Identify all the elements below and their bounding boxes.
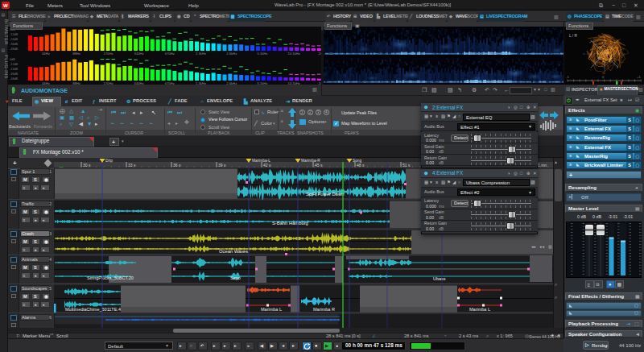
svg-text:Song: Song [353, 159, 362, 163]
svg-text:45 s: 45 s [315, 163, 323, 168]
svg-text:30 s: 30 s [83, 163, 91, 168]
svg-text:44Hz: 44Hz [42, 52, 50, 56]
svg-text:170Hz: 170Hz [103, 52, 113, 56]
svg-text:-12dB: -12dB [10, 33, 19, 36]
svg-text:Marimba-R: Marimba-R [301, 159, 320, 163]
svg-text:5.1kHz: 5.1kHz [257, 52, 267, 56]
svg-text:42 s: 42 s [263, 163, 271, 168]
svg-text:20kHz: 20kHz [319, 52, 321, 56]
svg-text:S-Bahn Hamburg: S-Bahn Hamburg [272, 221, 308, 226]
svg-text:2.6kHz: 2.6kHz [226, 52, 237, 56]
svg-text:Marimba L: Marimba L [469, 307, 490, 312]
svg-text:Ocean Waves: Ocean Waves [219, 249, 248, 254]
svg-text:Drip: Drip [105, 159, 113, 163]
svg-text:36 s: 36 s [173, 163, 181, 168]
svg-text:Ubass: Ubass [433, 276, 446, 281]
svg-text:51 s: 51 s [402, 163, 411, 168]
svg-text:-12dB: -12dB [10, 63, 19, 66]
svg-text:-48dB: -48dB [10, 48, 19, 51]
svg-text:670Hz: 670Hz [165, 52, 175, 56]
svg-text:10.1kHz: 10.1kHz [288, 52, 300, 56]
svg-text:-36dB: -36dB [10, 43, 19, 46]
svg-text:-48dB: -48dB [10, 77, 19, 81]
svg-text:L / R: L / R [569, 34, 577, 38]
svg-text:+1: +1 [637, 75, 641, 79]
svg-text:SciFi Power Down: SciFi Power Down [306, 192, 344, 197]
svg-text:Marimba-L: Marimba-L [252, 159, 270, 163]
svg-text:Marimba L: Marimba L [261, 307, 282, 312]
svg-text:-24dB: -24dB [10, 68, 19, 71]
svg-text:Marimba R: Marimba R [313, 307, 335, 312]
svg-text:0dB: 0dB [10, 58, 15, 61]
svg-text:StringPlucks_50BCT.20: StringPlucks_50BCT.20 [87, 275, 134, 280]
svg-text:MultimediaChime_5011TE.400: MultimediaChime_5011TE.400 [65, 307, 126, 312]
svg-text:33 s: 33 s [128, 163, 136, 168]
svg-text:340Hz: 340Hz [134, 52, 144, 56]
svg-text:1 mn: 1 mn [538, 163, 547, 168]
svg-text:88Hz: 88Hz [72, 52, 80, 56]
svg-text:48 s: 48 s [357, 163, 365, 168]
svg-text:-24dB: -24dB [10, 38, 19, 41]
svg-text:39 s: 39 s [218, 163, 226, 168]
svg-text:Sapo: Sapo [230, 275, 241, 280]
svg-text:1.3kHz: 1.3kHz [196, 52, 206, 56]
svg-text:-36dB: -36dB [10, 72, 19, 76]
